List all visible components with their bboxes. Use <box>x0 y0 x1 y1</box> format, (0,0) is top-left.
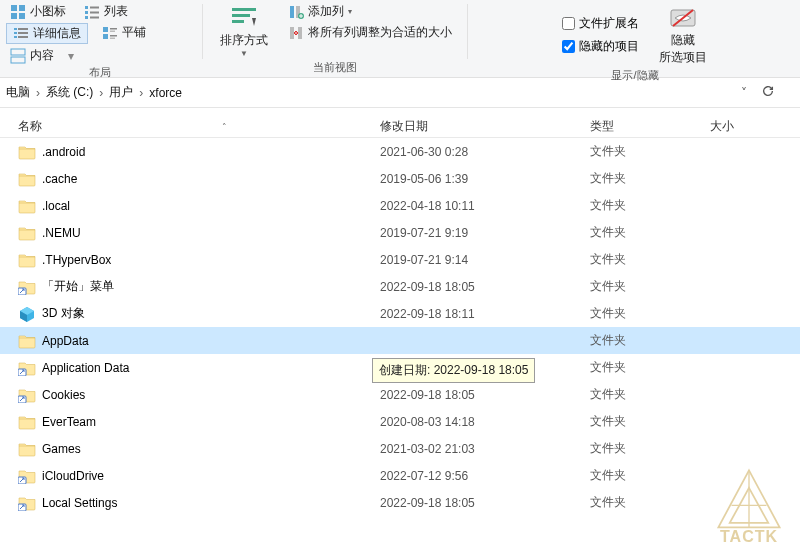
group-label: 当前视图 <box>313 60 357 75</box>
svg-rect-30 <box>290 27 294 39</box>
breadcrumb-segment[interactable]: 电脑 <box>4 82 32 103</box>
label: 名称 <box>18 118 42 135</box>
cell-type: 文件夹 <box>590 413 710 430</box>
view-list-button[interactable]: 列表 <box>80 2 132 21</box>
folder-shortcut-icon <box>18 360 36 376</box>
svg-rect-4 <box>85 6 88 9</box>
table-row[interactable]: Cookies2022-09-18 18:05文件夹 <box>0 381 800 408</box>
checkbox-input[interactable] <box>562 17 575 30</box>
folder-shortcut-icon <box>18 387 36 403</box>
svg-rect-20 <box>110 35 117 37</box>
breadcrumb-segment[interactable]: xforce <box>147 84 184 102</box>
overflow-icon[interactable]: ▾ <box>68 49 74 63</box>
file-name: 「开始」菜单 <box>42 278 114 295</box>
table-row[interactable]: .THypervBox2019-07-21 9:14文件夹 <box>0 246 800 273</box>
table-row[interactable]: 「开始」菜单2022-09-18 18:05文件夹 <box>0 273 800 300</box>
file-name: iCloudDrive <box>42 469 104 483</box>
table-row[interactable]: iCloudDrive2022-07-12 9:56文件夹 <box>0 462 800 489</box>
history-dropdown-button[interactable]: ˅ <box>732 81 756 105</box>
view-details-button[interactable]: 详细信息 <box>6 23 88 44</box>
label: 详细信息 <box>33 25 81 42</box>
fit-columns-button[interactable]: 将所有列调整为合适的大小 <box>284 23 456 42</box>
breadcrumb[interactable]: 电脑›系统 (C:)›用户›xforce <box>4 82 732 103</box>
cell-date: 2022-09-18 18:05 <box>380 388 590 402</box>
svg-rect-24 <box>232 8 256 11</box>
cell-type: 文件夹 <box>590 278 710 295</box>
cell-name: 3D 对象 <box>18 305 380 322</box>
file-name: Local Settings <box>42 496 117 510</box>
view-content-button[interactable]: 内容 <box>6 46 58 65</box>
file-list: .android2021-06-30 0:28文件夹.cache2019-05-… <box>0 138 800 516</box>
cell-type: 文件夹 <box>590 197 710 214</box>
cell-type: 文件夹 <box>590 170 710 187</box>
table-row[interactable]: 3D 对象2022-09-18 18:11文件夹 <box>0 300 800 327</box>
table-row[interactable]: .NEMU2019-07-21 9:19文件夹 <box>0 219 800 246</box>
cell-date: 2021-03-02 21:03 <box>380 442 590 456</box>
column-header-date[interactable]: 修改日期 <box>380 118 590 135</box>
file-name: Cookies <box>42 388 85 402</box>
label: 添加列 <box>308 3 344 20</box>
cell-name: Local Settings <box>18 495 380 511</box>
label: 隐藏的项目 <box>579 38 639 55</box>
cell-date: 2022-04-18 10:11 <box>380 199 590 213</box>
breadcrumb-segment[interactable]: 用户 <box>107 82 135 103</box>
breadcrumb-segment[interactable]: 系统 (C:) <box>44 82 95 103</box>
svg-rect-7 <box>90 11 99 13</box>
cell-date: 2019-05-06 1:39 <box>380 172 590 186</box>
chevron-down-icon: ˅ <box>741 86 747 100</box>
file-name: .THypervBox <box>42 253 111 267</box>
chevron-right-icon: › <box>99 86 103 100</box>
svg-rect-26 <box>232 20 244 23</box>
chevron-down-icon: ▼ <box>240 49 248 58</box>
file-name: .local <box>42 199 70 213</box>
column-header-size[interactable]: 大小 <box>710 118 800 135</box>
file-ext-checkbox[interactable]: 文件扩展名 <box>558 14 643 33</box>
svg-rect-16 <box>103 27 108 32</box>
table-row[interactable]: .cache2019-05-06 1:39文件夹 <box>0 165 800 192</box>
column-header-name[interactable]: 名称 ˄ <box>0 118 380 135</box>
cell-date: 2020-08-03 14:18 <box>380 415 590 429</box>
table-row[interactable]: .android2021-06-30 0:28文件夹 <box>0 138 800 165</box>
file-name: AppData <box>42 334 89 348</box>
svg-rect-25 <box>232 14 250 17</box>
sort-by-button[interactable]: 排序方式 ▼ <box>214 2 274 60</box>
label: 内容 <box>30 47 54 64</box>
cell-name: iCloudDrive <box>18 468 380 484</box>
cell-type: 文件夹 <box>590 251 710 268</box>
hidden-items-checkbox[interactable]: 隐藏的项目 <box>558 37 643 56</box>
chevron-right-icon: › <box>139 86 143 100</box>
view-small-icons-button[interactable]: 小图标 <box>6 2 70 21</box>
table-row[interactable]: Games2021-03-02 21:03文件夹 <box>0 435 800 462</box>
cell-type: 文件夹 <box>590 440 710 457</box>
table-row[interactable]: EverTeam2020-08-03 14:18文件夹 <box>0 408 800 435</box>
add-column-button[interactable]: 添加列 ▾ <box>284 2 456 21</box>
svg-rect-19 <box>103 34 108 39</box>
cell-name: .THypervBox <box>18 252 380 268</box>
hide-icon <box>667 4 699 32</box>
cell-date: 2019-07-21 9:14 <box>380 253 590 267</box>
table-row[interactable]: .local2022-04-18 10:11文件夹 <box>0 192 800 219</box>
label: 类型 <box>590 119 614 133</box>
label: 文件扩展名 <box>579 15 639 32</box>
column-header-type[interactable]: 类型 <box>590 118 710 135</box>
group-label: 显示/隐藏 <box>611 68 658 83</box>
svg-rect-15 <box>18 36 28 38</box>
cell-type: 文件夹 <box>590 386 710 403</box>
label: 列表 <box>104 3 128 20</box>
svg-rect-17 <box>110 28 117 30</box>
label: 将所有列调整为合适的大小 <box>308 24 452 41</box>
view-tiles-button[interactable]: 平铺 <box>98 23 150 42</box>
refresh-button[interactable] <box>756 81 780 105</box>
cell-type: 文件夹 <box>590 143 710 160</box>
svg-rect-22 <box>11 49 25 55</box>
hide-selected-button[interactable]: 隐藏 所选项目 <box>653 2 713 68</box>
checkbox-input[interactable] <box>562 40 575 53</box>
cell-date: 2022-07-12 9:56 <box>380 469 590 483</box>
table-row[interactable]: AppData文件夹 <box>0 327 800 354</box>
label: 修改日期 <box>380 119 428 133</box>
folder-icon <box>18 414 36 430</box>
label: 平铺 <box>122 24 146 41</box>
ribbon-group-current-view: 排序方式 ▼ 添加列 ▾ 将所有列调整为合适的大小 当前视图 <box>205 0 465 77</box>
fit-columns-icon <box>288 25 304 41</box>
table-row[interactable]: Local Settings2022-09-18 18:05文件夹 <box>0 489 800 516</box>
